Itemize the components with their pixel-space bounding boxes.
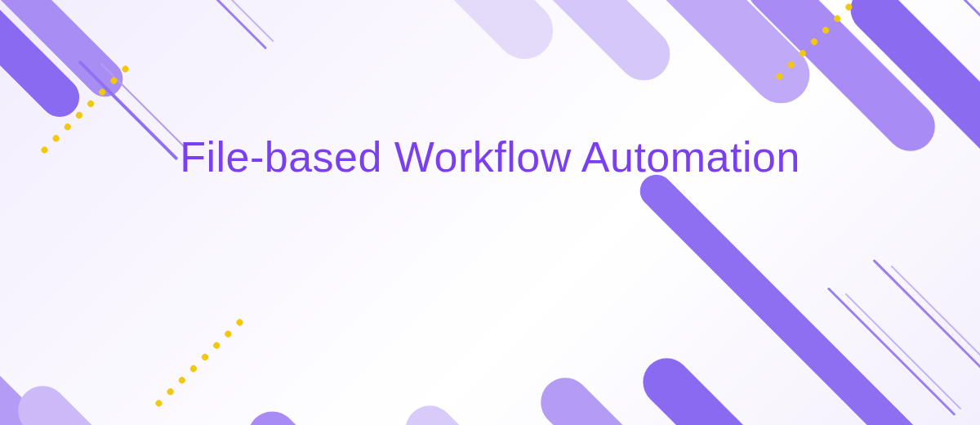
decorative-line <box>930 0 980 42</box>
hero-banner: File-based Workflow Automation <box>0 0 980 425</box>
decorative-pill <box>238 401 399 425</box>
decorative-pill <box>374 0 564 71</box>
page-title: File-based Workflow Automation <box>0 131 980 184</box>
decorative-dots <box>154 318 244 408</box>
decorative-line <box>198 0 274 42</box>
